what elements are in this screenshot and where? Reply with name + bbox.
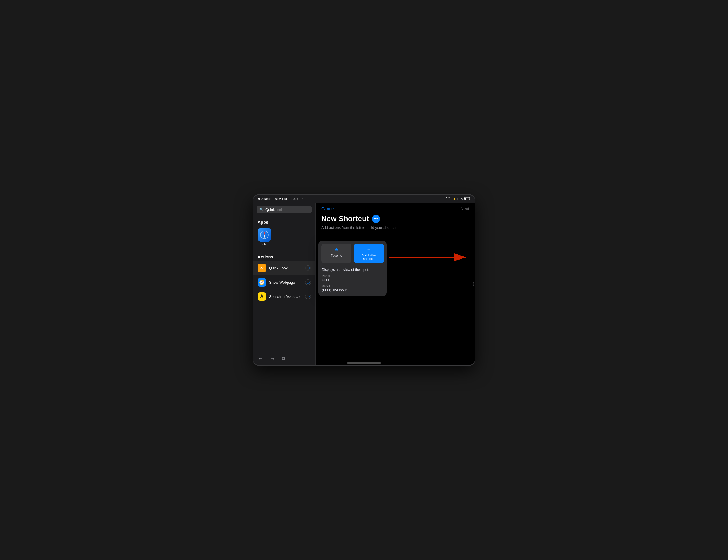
scroll-dot xyxy=(473,285,474,286)
status-date: Fri Jan 10 xyxy=(289,197,303,201)
input-value: Files xyxy=(322,278,383,282)
show-webpage-icon: 🧭 xyxy=(259,280,265,285)
action-popup-buttons: ★ Favorite + Add to this shortcut xyxy=(319,241,387,266)
action-row-quick-look[interactable]: 👁 Quick Look ⓘ xyxy=(253,261,315,275)
safari-label: Safari xyxy=(261,243,268,246)
apps-grid: Safari xyxy=(253,226,315,251)
safari-svg xyxy=(258,228,271,242)
apps-section-header: Apps xyxy=(253,217,315,226)
shortcut-title-row: New Shortcut ••• xyxy=(321,214,469,223)
action-popup-body: Displays a preview of the input. Input F… xyxy=(319,266,387,296)
add-to-shortcut-button[interactable]: + Add to this shortcut xyxy=(354,244,384,263)
action-row-show-webpage[interactable]: 🧭 Show Webpage ⓘ xyxy=(253,275,315,289)
add-to-shortcut-label: Add to this shortcut xyxy=(356,254,382,261)
plus-icon: + xyxy=(367,247,371,253)
result-label: Result xyxy=(322,284,383,288)
status-bar-right: 🌙 41% xyxy=(446,197,470,201)
search-associate-info-button[interactable]: ⓘ xyxy=(305,293,311,299)
show-webpage-info-button[interactable]: ⓘ xyxy=(305,280,311,285)
search-input[interactable] xyxy=(265,208,313,212)
action-row-search-associate[interactable]: A Search in Associate ⓘ xyxy=(253,289,315,303)
action-popup: ★ Favorite + Add to this shortcut Displa… xyxy=(319,241,387,296)
shortcut-subtitle: Add actions from the left to build your … xyxy=(321,226,398,230)
scroll-dot xyxy=(473,282,474,283)
actions-section: Actions 👁 Quick Look ⓘ 🧭 xyxy=(253,251,315,303)
sidebar-content: Apps xyxy=(253,216,315,352)
shortcut-title: New Shortcut xyxy=(321,214,369,223)
ipad-frame: ◀ Search 6:03 PM Fri Jan 10 🌙 41% xyxy=(253,195,475,365)
paste-button[interactable]: ⧉ xyxy=(281,355,286,362)
star-icon: ★ xyxy=(334,247,339,253)
result-value: (Files) The input xyxy=(322,288,383,292)
show-webpage-icon-wrapper: 🧭 xyxy=(258,278,266,286)
battery-icon xyxy=(464,197,470,201)
status-time: 6:03 PM xyxy=(275,197,287,201)
search-bar-container: 🔍 ✕ xyxy=(253,203,315,216)
cancel-button[interactable]: Cancel xyxy=(321,206,335,211)
status-bar: ◀ Search 6:03 PM Fri Jan 10 🌙 41% xyxy=(253,195,475,203)
quick-look-icon: 👁 xyxy=(260,266,264,270)
popup-description: Displays a preview of the input. xyxy=(322,268,383,272)
wifi-icon xyxy=(446,197,450,201)
svg-rect-3 xyxy=(258,228,271,242)
search-icon: 🔍 xyxy=(259,208,264,212)
safari-icon xyxy=(258,228,271,242)
app-item-safari[interactable]: Safari xyxy=(258,228,271,246)
actions-section-header: Actions xyxy=(253,252,315,261)
quick-look-label: Quick Look xyxy=(269,266,305,270)
redo-button[interactable]: ↪ xyxy=(269,355,275,362)
shortcut-header: New Shortcut ••• Add actions from the le… xyxy=(316,213,475,232)
svg-rect-2 xyxy=(470,198,470,199)
search-associate-icon: A xyxy=(258,292,266,301)
show-webpage-label: Show Webpage xyxy=(269,280,305,284)
scroll-dot xyxy=(473,283,474,284)
red-arrow xyxy=(389,252,469,263)
battery-percentage: 41% xyxy=(456,197,463,201)
input-label: Input xyxy=(322,275,383,278)
search-bar: 🔍 ✕ xyxy=(257,206,312,214)
back-arrow-icon: ◀ xyxy=(258,197,260,200)
status-bar-left: ◀ Search 6:03 PM Fri Jan 10 xyxy=(258,197,303,201)
quick-look-icon-wrapper: 👁 xyxy=(258,264,266,272)
next-button: Next xyxy=(460,206,469,211)
right-panel: Cancel Next New Shortcut ••• Add actions… xyxy=(316,203,475,365)
favorite-button[interactable]: ★ Favorite xyxy=(321,244,351,263)
search-associate-label: Search in Associate xyxy=(269,294,305,299)
nav-bar: Cancel Next xyxy=(316,203,475,213)
favorite-label: Favorite xyxy=(331,254,342,257)
svg-rect-1 xyxy=(464,198,466,200)
home-indicator xyxy=(347,362,381,363)
shortcut-options-button[interactable]: ••• xyxy=(372,215,380,223)
sidebar-toolbar: ↩ ↪ ⧉ xyxy=(253,352,315,365)
undo-button[interactable]: ↩ xyxy=(258,355,264,362)
scroll-dots xyxy=(473,282,474,286)
quick-look-info-button[interactable]: ⓘ xyxy=(305,265,311,271)
sidebar: 🔍 ✕ Apps xyxy=(253,203,316,365)
shortcut-main: ★ Favorite + Add to this shortcut Displa… xyxy=(316,232,475,365)
main-container: 🔍 ✕ Apps xyxy=(253,203,475,365)
back-label: Search xyxy=(261,197,271,201)
moon-icon: 🌙 xyxy=(452,197,455,201)
